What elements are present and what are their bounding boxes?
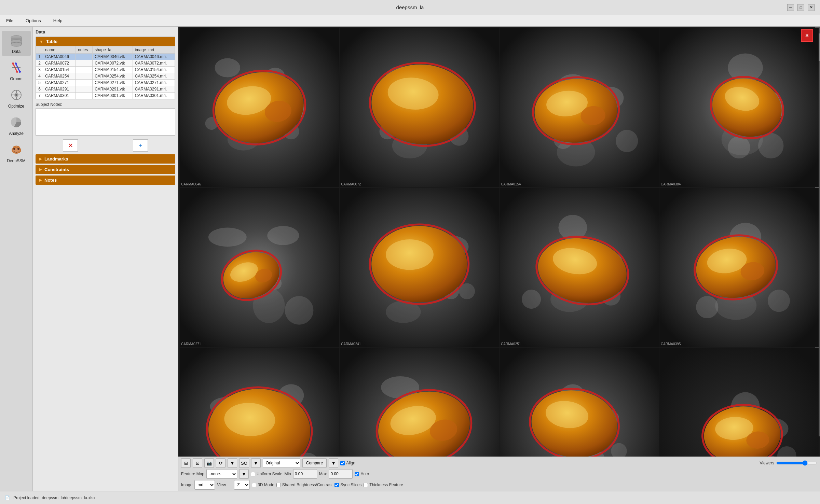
row-image-mri: CARMA0254.mri. [133,73,175,80]
row-shape-la: CARMA0154.vtk [93,67,133,73]
close-button[interactable]: ✕ [808,4,815,11]
image-select[interactable]: mri [194,480,215,490]
shared-bc-checkbox[interactable] [276,483,281,487]
uniform-scale-checkbox[interactable] [251,472,255,476]
row-num: 4 [36,73,43,80]
menu-help[interactable]: Help [51,17,65,24]
svg-point-67 [208,228,247,247]
auto-checkbox[interactable] [355,472,359,476]
title-bar: deepssm_la ─ □ ✕ [0,0,820,15]
image-cell[interactable]: CARMA0046 [180,28,339,187]
table-row[interactable]: 4 CARMA0254 CARMA0254.vtk CARMA0254.mri. [36,73,175,80]
sidebar-item-analyze[interactable]: Analyze [2,113,31,138]
view-axis-select[interactable]: Z [234,480,250,490]
col-name[interactable]: name [43,46,76,54]
feature-map-arrow[interactable]: ▼ [239,469,249,479]
align-checkbox[interactable] [340,461,345,465]
row-name: CARMA0301 [43,93,76,99]
image-cell[interactable]: CARMA0154 [500,28,659,187]
table-scroll[interactable]: name notes shape_la image_mri 1 CARMA004… [36,46,175,99]
table-row[interactable]: 5 CARMA0271 CARMA0271.vtk CARMA0271.mri. [36,80,175,86]
sidebar-item-groom[interactable]: Groom [2,58,31,83]
menu-options[interactable]: Options [24,17,43,24]
sync-button[interactable]: ⟳ [216,458,226,468]
image-grid-container[interactable]: CARMA0046 [178,27,820,457]
landmarks-label: Landmarks [44,156,68,162]
original-select[interactable]: Original [263,458,300,468]
sidebar-item-deepssm[interactable]: DeepSSM [2,140,31,165]
col-shape-la[interactable]: shape_la [93,46,133,54]
image-cell[interactable]: CARMA0072 [340,28,499,187]
sync-slices-label: Sync Slices [340,482,361,487]
table-row[interactable]: 6 CARMA0291 CARMA0291.vtk CARMA0291.mri. [36,86,175,93]
view-dropdown-arrow[interactable]: ▼ [228,458,237,468]
image-cell[interactable]: CARMA0451 [500,348,659,457]
image-cell[interactable]: CARMA0438 [180,348,339,457]
min-input[interactable] [293,469,317,479]
image-cell[interactable]: CARMA0395 [659,188,819,347]
row-name: CARMA0072 [43,60,76,67]
row-shape-la: CARMA0254.vtk [93,73,133,80]
image-cell[interactable]: CARMA0271 [180,188,339,347]
row-notes [76,93,93,99]
table-section-header: ▼ Table [36,37,175,46]
row-shape-la: CARMA0291.vtk [93,86,133,93]
table-section: ▼ Table name notes shape_la image_mri [36,37,175,99]
delete-button[interactable]: ✕ [63,139,78,152]
viewer-panel: CARMA0046 [178,27,820,491]
sync-slices-checkbox[interactable] [334,483,339,487]
file-icon: 📄 [5,495,10,500]
single-view-button[interactable]: ⊡ [193,458,202,468]
svg-point-7 [12,62,14,65]
feature-map-select[interactable]: -none- [206,469,237,479]
table-row[interactable]: 3 CARMA0154 CARMA0154.vtk CARMA0154.mri. [36,67,175,73]
camera-button[interactable]: 📷 [204,458,214,468]
notes-section[interactable]: ▶ Notes [36,176,175,185]
constraints-section[interactable]: ▶ Constraints [36,165,175,174]
so-dropdown-arrow[interactable]: ▼ [251,458,261,468]
shared-bc-group: Shared Brightness/Contrast [276,482,332,487]
status-message: Project loaded: deepssm_la/deepssm_la.xl… [13,495,95,500]
table-row[interactable]: 2 CARMA0072 CARMA0072.vtk CARMA0072.mri. [36,60,175,67]
maximize-button[interactable]: □ [797,4,804,11]
sidebar-item-data[interactable]: Data [2,31,31,56]
subject-notes-label: Subject Notes: [36,102,175,107]
align-group: Align [340,461,355,465]
mode3d-checkbox[interactable] [252,483,256,487]
sidebar-item-optimize[interactable]: Optimize [2,85,31,111]
col-image-mri[interactable]: image_mri [133,46,175,54]
menu-file[interactable]: File [4,17,15,24]
image-cell[interactable]: CARMA0445 [340,348,499,457]
viewers-slider[interactable] [776,460,817,466]
constraints-label: Constraints [44,167,69,172]
landmarks-section[interactable]: ▶ Landmarks [36,154,175,164]
mode3d-group: 3D Mode [252,482,274,487]
image-cell[interactable]: CARMA0251 [500,188,659,347]
minimize-button[interactable]: ─ [787,4,794,11]
image-label: CARMA0271 [181,342,201,346]
svg-point-8 [16,71,18,73]
row-num: 1 [36,54,43,60]
data-table: name notes shape_la image_mri 1 CARMA004… [36,46,175,99]
image-cell[interactable]: CARMA0384 [659,28,819,187]
grid-view-button[interactable]: ⊞ [181,458,191,468]
max-input[interactable] [329,469,353,479]
row-image-mri: CARMA0154.mri. [133,67,175,73]
image-cell[interactable]: CARMA0468 [659,348,819,457]
toolbar-row-3: Image mri View — Z 3D Mode Shared Bright… [181,480,817,490]
sidebar-label-deepssm: DeepSSM [7,158,26,163]
image-label: CARMA0251 [501,342,521,346]
notes-textarea[interactable] [36,108,175,136]
compare-dropdown-arrow[interactable]: ▼ [329,458,338,468]
align-label: Align [346,461,355,465]
table-row[interactable]: 7 CARMA0301 CARMA0301.vtk CARMA0301.mri. [36,93,175,99]
so-button[interactable]: SO [239,458,249,468]
add-button[interactable]: + [133,139,148,152]
window-title: deepssm_la [396,4,424,10]
table-row[interactable]: 1 CARMA0046 CARMA0046.vtk CARMA0046.mri. [36,54,175,60]
thickness-checkbox[interactable] [364,483,368,487]
image-cell[interactable]: CARMA0241 [340,188,499,347]
compare-button[interactable]: Compare [302,458,327,468]
svg-point-48 [616,130,638,152]
col-notes[interactable]: notes [76,46,93,54]
